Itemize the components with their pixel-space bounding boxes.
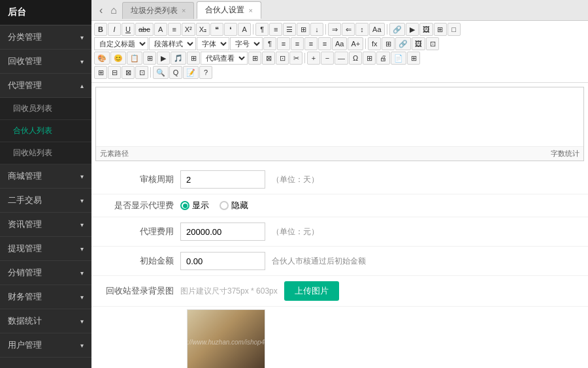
find-btn[interactable]: 🔍 <box>153 66 169 79</box>
bold-button[interactable]: B <box>94 23 107 36</box>
sidebar-item-finance[interactable]: 财务管理 ▾ <box>0 285 91 309</box>
video-button[interactable]: ▶ <box>157 52 170 65</box>
editor-body[interactable] <box>96 87 583 146</box>
tab-category-list[interactable]: 垃圾分类列表 × <box>122 2 194 19</box>
initial-amount-row: 初始金额 合伙人市核通过后初始金额 <box>91 247 588 276</box>
case-button[interactable]: Aa <box>369 23 384 36</box>
para-btn2[interactable]: ¶ <box>263 37 276 50</box>
table-btn2[interactable]: ⊞ <box>382 37 395 50</box>
cut-btn[interactable]: ✂ <box>289 52 302 65</box>
sidebar-item-news[interactable]: 资讯管理 ▾ <box>0 213 91 237</box>
sidebar-subitem-stations[interactable]: 回收站列表 <box>0 142 91 164</box>
search-btn[interactable]: Q <box>169 66 182 79</box>
sidebar-item-distribution[interactable]: 分销管理 ▾ <box>0 261 91 285</box>
ordered-list-button[interactable]: ⊞ <box>297 23 310 36</box>
table-button[interactable]: ⊞ <box>434 23 447 36</box>
color-palette-button[interactable]: 🎨 <box>94 52 110 65</box>
align-right[interactable]: ≡ <box>304 37 318 50</box>
toolbar-separator <box>304 53 305 63</box>
omega-btn[interactable]: Ω <box>349 52 362 65</box>
indent-button[interactable]: ≡ <box>269 23 282 36</box>
sidebar-item-agent[interactable]: 代理管理 ▴ <box>0 74 91 98</box>
formula-button[interactable]: fx <box>368 37 381 50</box>
fontsize-button[interactable]: A <box>238 23 251 36</box>
rtl-button[interactable]: ⇐ <box>342 23 355 36</box>
font-select[interactable]: 字体 <box>197 37 229 50</box>
list-button[interactable]: ☰ <box>283 23 296 36</box>
sidebar-item-withdraw[interactable]: 提现管理 ▾ <box>0 237 91 261</box>
code-view-select[interactable]: 代码查看 <box>201 52 248 65</box>
sidebar-item-recycle[interactable]: 回收管理 ▾ <box>0 50 91 74</box>
more-btn[interactable]: ⊡ <box>426 37 439 50</box>
media-button[interactable]: ▶ <box>406 23 419 36</box>
sidebar-subitem-agents[interactable]: 合伙人列表 <box>0 120 91 142</box>
newdoc-btn[interactable]: 📄 <box>391 52 406 65</box>
help-btn[interactable]: ? <box>199 66 212 79</box>
audio-button[interactable]: 🎵 <box>171 52 186 65</box>
emoji-button[interactable]: 😊 <box>110 52 126 65</box>
tbl-del-btn[interactable]: ⊠ <box>122 66 135 79</box>
strikethrough-button[interactable]: abc <box>135 23 154 36</box>
minus-btn[interactable]: − <box>321 52 334 65</box>
tbl-merge-btn[interactable]: ⊡ <box>135 66 148 79</box>
more-btn2[interactable]: ⊞ <box>407 52 420 65</box>
quote-double-button[interactable]: ❝ <box>210 23 223 36</box>
initial-amount-input[interactable] <box>180 252 265 270</box>
tbl-row-btn[interactable]: ⊞ <box>94 66 107 79</box>
print-btn[interactable]: 🖨 <box>376 52 390 65</box>
align-justify[interactable]: ≡ <box>318 37 331 50</box>
arrow-down-button[interactable]: ↓ <box>310 23 323 36</box>
tab-close-icon[interactable]: × <box>182 7 186 14</box>
edit-btn[interactable]: 📝 <box>183 66 199 79</box>
font-color-button[interactable]: A <box>154 23 167 36</box>
widget-button[interactable]: ⊞ <box>187 52 200 65</box>
tab-agent-settings[interactable]: 合伙人设置 × <box>197 1 261 19</box>
image-btn2[interactable]: 🖼 <box>412 37 425 50</box>
format-button[interactable]: ↕ <box>355 23 368 36</box>
image-button[interactable]: 🖼 <box>419 23 433 36</box>
align-center[interactable]: ≡ <box>291 37 304 50</box>
sidebar-item-secondhand[interactable]: 二手交易 ▾ <box>0 189 91 213</box>
tab-nav-home[interactable]: ⌂ <box>108 3 120 18</box>
superscript-button[interactable]: X² <box>182 23 195 36</box>
link-button[interactable]: 🔗 <box>389 23 405 36</box>
tbl-col-btn[interactable]: ⊟ <box>108 66 121 79</box>
fee-row: 代理费用 （单位：元） <box>91 217 588 247</box>
align-left[interactable]: ≡ <box>277 37 290 50</box>
italic-button[interactable]: I <box>108 23 121 36</box>
plus-btn[interactable]: + <box>307 52 320 65</box>
font-grow[interactable]: A+ <box>348 37 363 50</box>
preview-btn[interactable]: ⊡ <box>276 52 289 65</box>
fee-input[interactable] <box>180 222 265 241</box>
align-button[interactable]: ≡ <box>168 23 181 36</box>
sidebar-subitem-collectors[interactable]: 回收员列表 <box>0 98 91 120</box>
sidebar-item-statistics[interactable]: 数据统计 ▾ <box>0 309 91 333</box>
hide-radio[interactable]: 隐藏 <box>220 200 248 211</box>
fullscreen-btn[interactable]: ⊠ <box>262 52 275 65</box>
case-btn2[interactable]: Aa <box>332 37 347 50</box>
upload-button[interactable]: 上传图片 <box>284 281 339 301</box>
link-btn2[interactable]: 🔗 <box>395 37 411 50</box>
grid-btn[interactable]: ⊞ <box>248 52 261 65</box>
tab-close-icon[interactable]: × <box>248 7 252 14</box>
paste-button[interactable]: 📋 <box>127 52 142 65</box>
insert-btn[interactable]: ⊞ <box>363 52 376 65</box>
paragraph-style-select[interactable]: 段落样式 <box>149 37 196 50</box>
sidebar-item-shop[interactable]: 商城管理 ▾ <box>0 164 91 189</box>
table-btn3[interactable]: ⊞ <box>143 52 156 65</box>
heading-select[interactable]: 自定义标题 <box>94 37 148 50</box>
sidebar-item-category[interactable]: 分类管理 ▾ <box>0 25 91 50</box>
frame-button[interactable]: □ <box>448 23 461 36</box>
audit-period-input[interactable] <box>180 170 265 189</box>
subscript-button[interactable]: X₂ <box>196 23 210 36</box>
hr-btn[interactable]: — <box>335 52 348 65</box>
quote-single-button[interactable]: ❛ <box>224 23 237 36</box>
radio-dot-show <box>180 201 189 210</box>
sidebar-item-users[interactable]: 用户管理 ▾ <box>0 333 91 358</box>
fontsize-select[interactable]: 字号 <box>230 37 263 50</box>
show-radio[interactable]: 显示 <box>180 200 209 211</box>
paragraph-button[interactable]: ¶ <box>255 23 269 36</box>
tab-nav-prev[interactable]: ‹ <box>97 3 105 18</box>
underline-button[interactable]: U <box>122 23 135 36</box>
ltr-button[interactable]: ⇒ <box>328 23 341 36</box>
